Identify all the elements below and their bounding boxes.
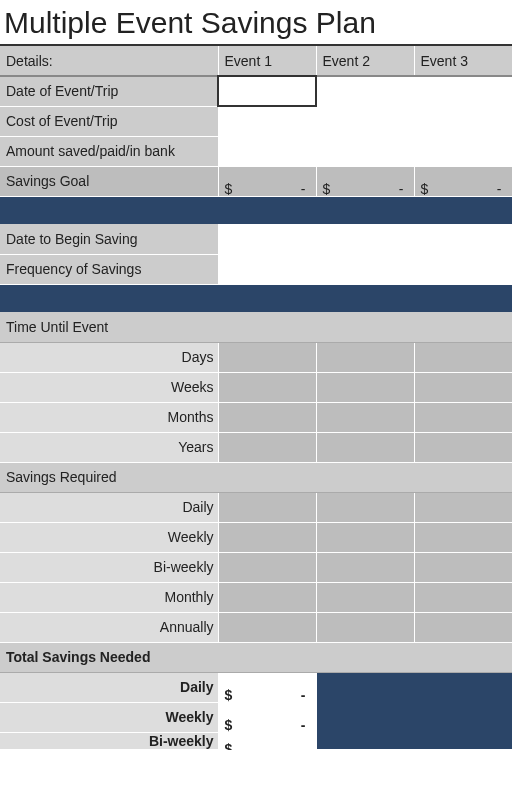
input-freq-event-2[interactable]: [316, 254, 414, 284]
goal-event-2[interactable]: $ -: [316, 166, 414, 196]
row-annually: Annually: [0, 612, 512, 642]
input-freq-event-1[interactable]: [218, 254, 316, 284]
header-details: Details:: [0, 46, 218, 76]
row-weekly: Weekly: [0, 522, 512, 552]
label-monthly: Monthly: [0, 582, 218, 612]
label-amount-saved: Amount saved/paid/in bank: [0, 136, 218, 166]
row-cost-of-event: Cost of Event/Trip: [0, 106, 512, 136]
label-days: Days: [0, 342, 218, 372]
row-years: Years: [0, 432, 512, 462]
row-weeks: Weeks: [0, 372, 512, 402]
label-biweekly: Bi-weekly: [0, 552, 218, 582]
annually-event-1[interactable]: [218, 612, 316, 642]
years-event-2[interactable]: [316, 432, 414, 462]
divider-navy-2: [0, 284, 512, 312]
input-begin-event-2[interactable]: [316, 224, 414, 254]
input-cost-event-1[interactable]: [218, 106, 316, 136]
daily-event-3[interactable]: [414, 492, 512, 522]
currency-symbol: $: [323, 181, 331, 197]
header-row: Details: Event 1 Event 2 Event 3: [0, 46, 512, 76]
section-savings-required: Savings Required: [0, 462, 512, 492]
label-total-weekly: Weekly: [0, 702, 218, 732]
label-frequency: Frequency of Savings: [0, 254, 218, 284]
row-days: Days: [0, 342, 512, 372]
total-biweekly-value[interactable]: $: [218, 732, 316, 749]
biweekly-event-1[interactable]: [218, 552, 316, 582]
input-date-event-1[interactable]: [218, 76, 316, 106]
months-event-2[interactable]: [316, 402, 414, 432]
weekly-event-1[interactable]: [218, 522, 316, 552]
label-date-of-event: Date of Event/Trip: [0, 76, 218, 106]
annually-event-2[interactable]: [316, 612, 414, 642]
goal-value: -: [497, 181, 502, 197]
row-months: Months: [0, 402, 512, 432]
input-date-event-3[interactable]: [414, 76, 512, 106]
monthly-event-1[interactable]: [218, 582, 316, 612]
biweekly-event-2[interactable]: [316, 552, 414, 582]
savings-table: Details: Event 1 Event 2 Event 3 Date of…: [0, 46, 512, 750]
years-event-1[interactable]: [218, 432, 316, 462]
row-frequency: Frequency of Savings: [0, 254, 512, 284]
months-event-3[interactable]: [414, 402, 512, 432]
header-event-3: Event 3: [414, 46, 512, 76]
input-saved-event-2[interactable]: [316, 136, 414, 166]
label-savings-required: Savings Required: [0, 462, 512, 492]
header-event-2: Event 2: [316, 46, 414, 76]
label-total-savings: Total Savings Needed: [0, 642, 512, 672]
label-time-until: Time Until Event: [0, 312, 512, 342]
total-weekly-value[interactable]: $ -: [218, 702, 316, 732]
row-date-begin: Date to Begin Saving: [0, 224, 512, 254]
monthly-event-3[interactable]: [414, 582, 512, 612]
daily-event-2[interactable]: [316, 492, 414, 522]
label-savings-goal: Savings Goal: [0, 166, 218, 196]
label-months: Months: [0, 402, 218, 432]
label-annually: Annually: [0, 612, 218, 642]
row-biweekly: Bi-weekly: [0, 552, 512, 582]
input-saved-event-1[interactable]: [218, 136, 316, 166]
input-begin-event-3[interactable]: [414, 224, 512, 254]
years-event-3[interactable]: [414, 432, 512, 462]
days-event-2[interactable]: [316, 342, 414, 372]
row-monthly: Monthly: [0, 582, 512, 612]
total-value: -: [301, 687, 306, 703]
page-title: Multiple Event Savings Plan: [0, 0, 512, 46]
input-freq-event-3[interactable]: [414, 254, 512, 284]
label-date-begin: Date to Begin Saving: [0, 224, 218, 254]
weekly-event-2[interactable]: [316, 522, 414, 552]
currency-symbol: $: [225, 717, 233, 733]
label-cost-of-event: Cost of Event/Trip: [0, 106, 218, 136]
weeks-event-2[interactable]: [316, 372, 414, 402]
row-date-of-event: Date of Event/Trip: [0, 76, 512, 106]
input-cost-event-3[interactable]: [414, 106, 512, 136]
label-weeks: Weeks: [0, 372, 218, 402]
label-years: Years: [0, 432, 218, 462]
label-weekly: Weekly: [0, 522, 218, 552]
weekly-event-3[interactable]: [414, 522, 512, 552]
total-navy-block: [316, 672, 512, 749]
input-saved-event-3[interactable]: [414, 136, 512, 166]
row-savings-goal: Savings Goal $ - $ - $ -: [0, 166, 512, 196]
section-time-until: Time Until Event: [0, 312, 512, 342]
monthly-event-2[interactable]: [316, 582, 414, 612]
label-daily: Daily: [0, 492, 218, 522]
currency-symbol: $: [421, 181, 429, 197]
goal-event-3[interactable]: $ -: [414, 166, 512, 196]
input-begin-event-1[interactable]: [218, 224, 316, 254]
days-event-3[interactable]: [414, 342, 512, 372]
daily-event-1[interactable]: [218, 492, 316, 522]
input-cost-event-2[interactable]: [316, 106, 414, 136]
biweekly-event-3[interactable]: [414, 552, 512, 582]
divider-navy-1: [0, 196, 512, 224]
currency-symbol: $: [225, 741, 233, 750]
goal-event-1[interactable]: $ -: [218, 166, 316, 196]
months-event-1[interactable]: [218, 402, 316, 432]
input-date-event-2[interactable]: [316, 76, 414, 106]
total-value: -: [301, 717, 306, 733]
weeks-event-1[interactable]: [218, 372, 316, 402]
row-daily: Daily: [0, 492, 512, 522]
total-daily-value[interactable]: $ -: [218, 672, 316, 702]
annually-event-3[interactable]: [414, 612, 512, 642]
goal-value: -: [301, 181, 306, 197]
days-event-1[interactable]: [218, 342, 316, 372]
weeks-event-3[interactable]: [414, 372, 512, 402]
